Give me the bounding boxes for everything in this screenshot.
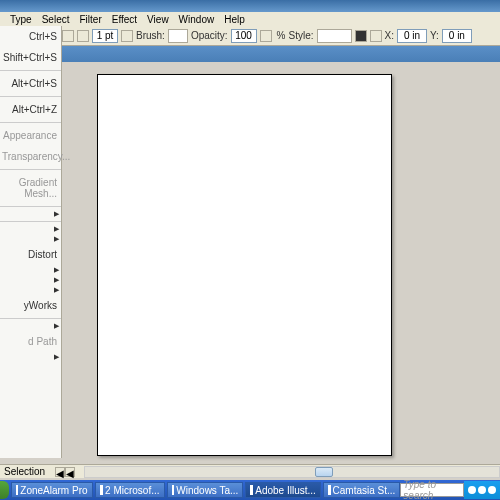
start-button[interactable]: [0, 481, 9, 499]
options-toolbar: Brush: Opacity: % Style: X: Y:: [0, 26, 500, 46]
menu-item-submenu[interactable]: ▶: [0, 209, 61, 219]
style-label: Style:: [289, 30, 314, 41]
menu-effect[interactable]: Effect: [112, 14, 137, 25]
status-bar: Selection ◀ ◀: [0, 464, 500, 478]
opacity-dropdown-icon[interactable]: [260, 30, 272, 42]
x-input[interactable]: [397, 29, 427, 43]
tray-icon[interactable]: [488, 486, 496, 494]
app-icon: [100, 485, 104, 495]
menu-item-submenu[interactable]: ▶: [0, 234, 61, 244]
current-tool-label: Selection: [4, 466, 45, 477]
scroll-left-icon[interactable]: ◀: [55, 467, 65, 477]
horizontal-scrollbar[interactable]: [84, 466, 500, 478]
tray-icon[interactable]: [468, 486, 476, 494]
menu-item-gradient[interactable]: Gradient Mesh...: [0, 172, 61, 204]
chevron-right-icon: ▶: [54, 276, 59, 284]
align-icon[interactable]: [370, 30, 382, 42]
menu-item-submenu[interactable]: ▶: [0, 224, 61, 234]
chevron-right-icon: ▶: [54, 210, 59, 218]
opacity-label: Opacity:: [191, 30, 228, 41]
y-input[interactable]: [442, 29, 472, 43]
menu-item-submenu[interactable]: ▶: [0, 275, 61, 285]
menu-item-submenu[interactable]: ▶: [0, 285, 61, 295]
app-icon: [250, 485, 253, 495]
y-label: Y:: [430, 30, 439, 41]
taskbar-app[interactable]: 2 Microsof...: [95, 482, 165, 498]
document-tab-bar: [62, 46, 500, 62]
app-icon: [16, 485, 18, 495]
menu-type[interactable]: Type: [10, 14, 32, 25]
grid-icon[interactable]: [355, 30, 367, 42]
menu-item-appearance[interactable]: Appearance: [0, 125, 61, 146]
menu-view[interactable]: View: [147, 14, 169, 25]
stroke-dropdown-icon[interactable]: [121, 30, 133, 42]
menu-item-shortcut[interactable]: Alt+Ctrl+Z: [0, 99, 61, 120]
menu-select[interactable]: Select: [42, 14, 70, 25]
menu-item-submenu[interactable]: ▶: [0, 321, 61, 331]
menu-item-submenu[interactable]: ▶: [0, 265, 61, 275]
title-bar: [0, 0, 500, 12]
taskbar-app[interactable]: Camtasia St...: [323, 482, 401, 498]
brush-dropdown[interactable]: [168, 29, 188, 43]
menu-bar: Type Select Filter Effect View Window He…: [0, 12, 500, 26]
menu-item-path[interactable]: d Path: [0, 331, 61, 352]
menu-item-shortcut[interactable]: Shift+Ctrl+S: [0, 47, 61, 68]
scroll-left-icon[interactable]: ◀: [65, 467, 75, 477]
chevron-right-icon: ▶: [54, 225, 59, 233]
app-icon: [328, 485, 331, 495]
chevron-right-icon: ▶: [54, 235, 59, 243]
scrollbar-thumb[interactable]: [315, 467, 333, 477]
fill-swatch[interactable]: [62, 30, 74, 42]
stroke-weight-input[interactable]: [92, 29, 118, 43]
chevron-right-icon: ▶: [54, 322, 59, 330]
effect-dropdown-menu: Ctrl+S Shift+Ctrl+S Alt+Ctrl+S Alt+Ctrl+…: [0, 26, 62, 458]
x-label: X:: [385, 30, 394, 41]
menu-window[interactable]: Window: [179, 14, 215, 25]
app-icon: [172, 485, 175, 495]
menu-item-transparency[interactable]: Transparency...: [0, 146, 61, 167]
stroke-swatch[interactable]: [77, 30, 89, 42]
taskbar-app[interactable]: Windows Ta...: [167, 482, 244, 498]
tray-icon[interactable]: [478, 486, 486, 494]
menu-help[interactable]: Help: [224, 14, 245, 25]
menu-item-shortcut[interactable]: Ctrl+S: [0, 26, 61, 47]
opacity-input[interactable]: [231, 29, 257, 43]
menu-item-shortcut[interactable]: Alt+Ctrl+S: [0, 73, 61, 94]
desktop-search[interactable]: Type to search: [400, 483, 464, 497]
taskbar-app-active[interactable]: Adobe Illust...: [245, 482, 321, 498]
chevron-right-icon: ▶: [54, 266, 59, 274]
workspace: [62, 62, 500, 458]
system-tray[interactable]: [464, 481, 500, 499]
menu-item-works[interactable]: yWorks: [0, 295, 61, 316]
windows-taskbar: ZoneAlarm Pro 2 Microsof... Windows Ta..…: [0, 480, 500, 500]
menu-filter[interactable]: Filter: [79, 14, 101, 25]
menu-item-submenu[interactable]: ▶: [0, 352, 61, 362]
style-dropdown[interactable]: [317, 29, 352, 43]
chevron-right-icon: ▶: [54, 353, 59, 361]
artboard[interactable]: [97, 74, 392, 456]
brush-label: Brush:: [136, 30, 165, 41]
chevron-right-icon: ▶: [54, 286, 59, 294]
menu-item-distort[interactable]: Distort: [0, 244, 61, 265]
taskbar-app[interactable]: ZoneAlarm Pro: [11, 482, 93, 498]
